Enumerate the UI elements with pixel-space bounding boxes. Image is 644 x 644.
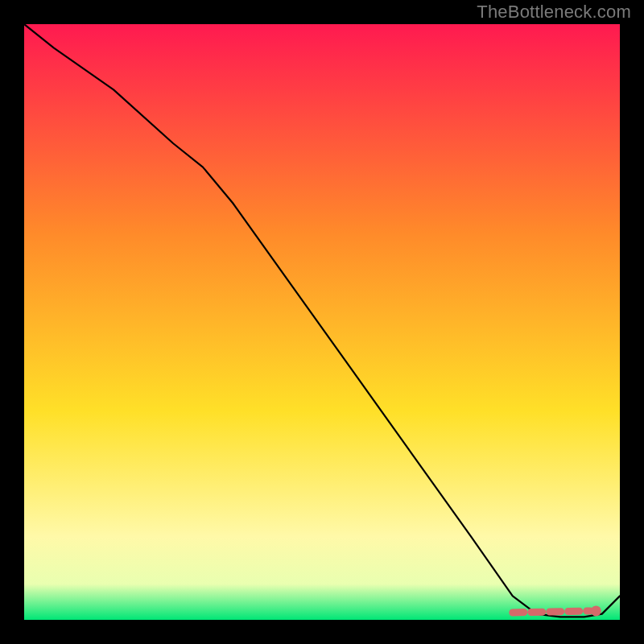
chart-svg bbox=[24, 24, 620, 620]
optimal-range-band bbox=[513, 611, 590, 613]
gradient-background bbox=[24, 24, 620, 620]
watermark-text: TheBottleneck.com bbox=[477, 2, 631, 23]
chart-frame: TheBottleneck.com bbox=[0, 0, 644, 644]
optimal-point-marker bbox=[591, 605, 601, 616]
plot-area bbox=[24, 24, 620, 620]
